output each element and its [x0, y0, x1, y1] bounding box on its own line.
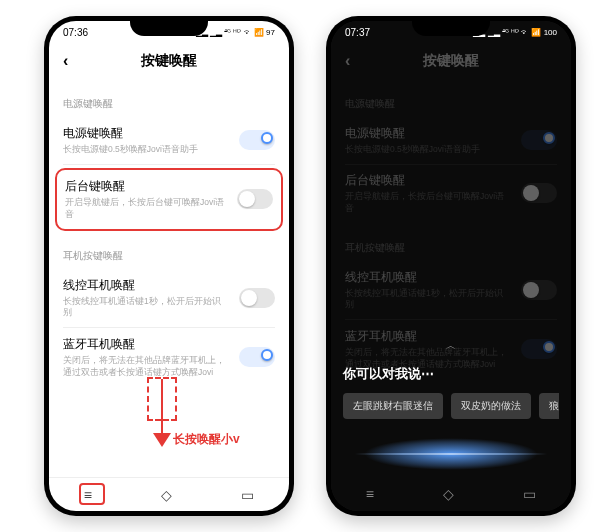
row-subtitle: 开启导航键后，长按后台键可唤醒Jovi语音 [65, 197, 227, 221]
row-bluetooth-headset[interactable]: 蓝牙耳机唤醒 关闭后，将无法在其他品牌蓝牙耳机上，通过双击或者长按通话键方式唤醒… [63, 328, 275, 387]
nav-recent-icon[interactable]: ≡ [366, 486, 374, 502]
row-title: 后台键唤醒 [65, 178, 227, 195]
row-title: 蓝牙耳机唤醒 [63, 336, 229, 353]
voice-assistant-overlay: ︿ 你可以对我说⋯ 左眼跳财右眼迷信 双皮奶的做法 狼人三大 ≡ ◇ ▭ [331, 21, 571, 511]
toggle-power-wake[interactable] [239, 130, 275, 150]
suggestion-chip[interactable]: 狼人三大 [539, 393, 559, 419]
phone-right: 07:37 ▁▂ ▁▂ ⁴ᴳ ᴴᴰ ᯤ 📶 100 ‹ 按键唤醒 电源键唤醒 电… [326, 16, 576, 516]
notch [412, 21, 490, 36]
row-wired-headset[interactable]: 线控耳机唤醒 长按线控耳机通话键1秒，松开后开始识别 [63, 269, 275, 328]
section-headset-title: 耳机按键唤醒 [63, 249, 275, 263]
nav-bar: ≡ ◇ ▭ [331, 477, 571, 511]
voice-assistant-prompt: 你可以对我说⋯ [343, 365, 559, 383]
suggestion-chips: 左眼跳财右眼迷信 双皮奶的做法 狼人三大 [343, 393, 559, 419]
toggle-back-key-wake[interactable] [237, 189, 273, 209]
settings-content: 电源键唤醒 电源键唤醒 长按电源键0.5秒唤醒Jovi语音助手 后台键唤醒 开启… [49, 79, 289, 477]
row-subtitle: 长按电源键0.5秒唤醒Jovi语音助手 [63, 144, 229, 156]
row-subtitle: 长按线控耳机通话键1秒，松开后开始识别 [63, 296, 229, 320]
row-back-key-wake[interactable]: 后台键唤醒 开启导航键后，长按后台键可唤醒Jovi语音 [65, 176, 273, 223]
suggestion-chip[interactable]: 双皮奶的做法 [451, 393, 531, 419]
row-title: 电源键唤醒 [63, 125, 229, 142]
page-title: 按键唤醒 [141, 52, 197, 70]
section-power-title: 电源键唤醒 [63, 97, 275, 111]
toggle-bluetooth-headset[interactable] [239, 347, 275, 367]
nav-highlight [79, 483, 105, 505]
voice-waveform [331, 431, 571, 477]
separator [63, 164, 275, 165]
row-title: 线控耳机唤醒 [63, 277, 229, 294]
clock: 07:37 [345, 27, 370, 38]
highlight-annotation: 后台键唤醒 开启导航键后，长按后台键可唤醒Jovi语音 [55, 168, 283, 231]
nav-home-icon[interactable]: ◇ [161, 487, 172, 503]
back-button[interactable]: ‹ [63, 52, 68, 70]
nav-back-icon[interactable]: ▭ [241, 487, 254, 503]
notch [130, 21, 208, 36]
clock: 07:36 [63, 27, 88, 38]
page-header: ‹ 按键唤醒 [49, 43, 289, 79]
suggestion-chip[interactable]: 左眼跳财右眼迷信 [343, 393, 443, 419]
toggle-wired-headset[interactable] [239, 288, 275, 308]
status-icons: ▁▂ ▁▂ ⁴ᴳ ᴴᴰ ᯤ 📶 97 [196, 28, 275, 37]
row-subtitle: 关闭后，将无法在其他品牌蓝牙耳机上，通过双击或者长按通话键方式唤醒Jovi [63, 355, 229, 379]
nav-back-icon[interactable]: ▭ [523, 486, 536, 502]
nav-bar: ≡ ◇ ▭ [49, 477, 289, 511]
phone-left: 07:36 ▁▂ ▁▂ ⁴ᴳ ᴴᴰ ᯤ 📶 97 ‹ 按键唤醒 电源键唤醒 电源… [44, 16, 294, 516]
chevron-up-icon[interactable]: ︿ [331, 339, 571, 353]
nav-home-icon[interactable]: ◇ [443, 486, 454, 502]
row-power-wake[interactable]: 电源键唤醒 长按电源键0.5秒唤醒Jovi语音助手 [63, 117, 275, 164]
